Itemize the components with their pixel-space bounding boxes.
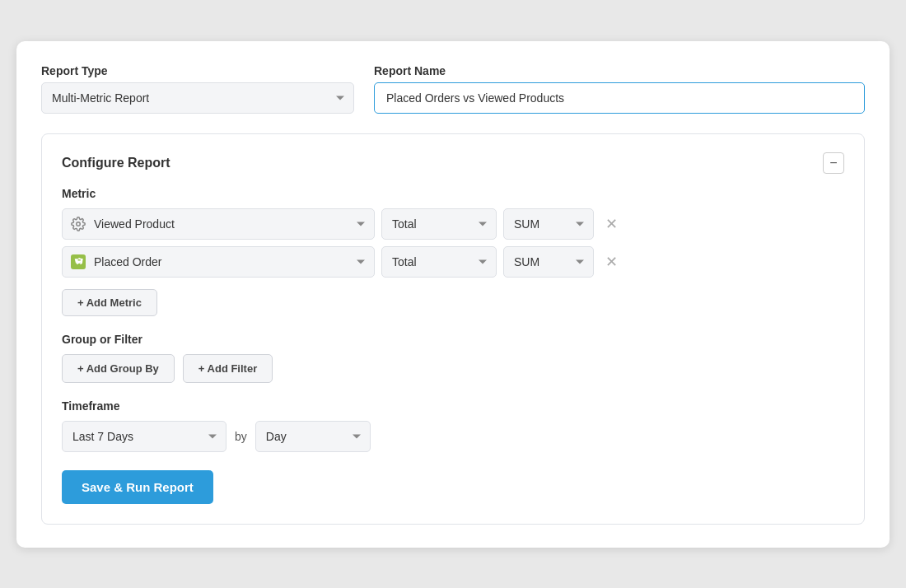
viewed-product-select-wrapper: Viewed Product bbox=[62, 208, 375, 240]
placed-order-aggregate-wrapper: Total Unique Per User bbox=[381, 246, 497, 278]
section-header: Configure Report − bbox=[62, 152, 844, 174]
timeframe-label: Timeframe bbox=[62, 399, 844, 413]
viewed-product-function-select[interactable]: SUM AVG MIN MAX COUNT bbox=[503, 208, 594, 240]
configure-section: Configure Report − Metric Viewed Product bbox=[41, 133, 865, 525]
metric-label: Metric bbox=[62, 187, 844, 200]
placed-order-select[interactable]: Placed Order bbox=[62, 246, 375, 278]
add-metric-button[interactable]: + Add Metric bbox=[62, 289, 157, 316]
section-title: Configure Report bbox=[62, 156, 170, 170]
placed-order-aggregate-select[interactable]: Total Unique Per User bbox=[381, 246, 497, 278]
add-filter-button[interactable]: + Add Filter bbox=[183, 354, 273, 383]
viewed-product-aggregate-select[interactable]: Total Unique Per User bbox=[381, 208, 497, 240]
group-filter-label: Group or Filter bbox=[62, 333, 844, 346]
report-name-input[interactable] bbox=[374, 82, 865, 114]
report-type-label: Report Type bbox=[41, 64, 354, 77]
timeframe-row: Last 7 Days Last 30 Days Last 90 Days Cu… bbox=[62, 421, 844, 452]
granularity-select-wrapper: Day Week Month bbox=[255, 421, 371, 452]
viewed-product-function-wrapper: SUM AVG MIN MAX COUNT bbox=[503, 208, 594, 240]
report-type-select-wrapper: Multi-Metric Report bbox=[41, 82, 354, 114]
remove-placed-order-button[interactable]: ✕ bbox=[600, 251, 623, 273]
viewed-product-aggregate-wrapper: Total Unique Per User bbox=[381, 208, 497, 240]
placed-order-function-wrapper: SUM AVG MIN MAX COUNT bbox=[503, 246, 594, 278]
collapse-button[interactable]: − bbox=[823, 152, 844, 174]
placed-order-select-wrapper: Placed Order bbox=[62, 246, 375, 278]
report-name-group: Report Name bbox=[374, 64, 865, 114]
viewed-product-select[interactable]: Viewed Product bbox=[62, 208, 375, 240]
placed-order-function-select[interactable]: SUM AVG MIN MAX COUNT bbox=[503, 246, 594, 278]
report-type-select[interactable]: Multi-Metric Report bbox=[41, 82, 354, 114]
granularity-select[interactable]: Day Week Month bbox=[255, 421, 371, 452]
remove-viewed-product-button[interactable]: ✕ bbox=[600, 213, 623, 235]
metric-row-placed-order: Placed Order Total Unique Per User SUM A… bbox=[62, 246, 844, 278]
timeframe-select[interactable]: Last 7 Days Last 30 Days Last 90 Days Cu… bbox=[62, 421, 226, 452]
main-card: Report Type Multi-Metric Report Report N… bbox=[16, 41, 890, 548]
top-row: Report Type Multi-Metric Report Report N… bbox=[41, 64, 865, 114]
by-label: by bbox=[235, 430, 247, 443]
report-name-label: Report Name bbox=[374, 64, 865, 77]
metric-row-viewed-product: Viewed Product Total Unique Per User SUM… bbox=[62, 208, 844, 240]
report-type-group: Report Type Multi-Metric Report bbox=[41, 64, 354, 114]
timeframe-select-wrapper: Last 7 Days Last 30 Days Last 90 Days Cu… bbox=[62, 421, 226, 452]
group-filter-row: + Add Group By + Add Filter bbox=[62, 354, 844, 383]
minus-icon: − bbox=[829, 156, 837, 170]
add-group-by-button[interactable]: + Add Group By bbox=[62, 354, 175, 383]
save-run-button[interactable]: Save & Run Report bbox=[62, 470, 213, 504]
